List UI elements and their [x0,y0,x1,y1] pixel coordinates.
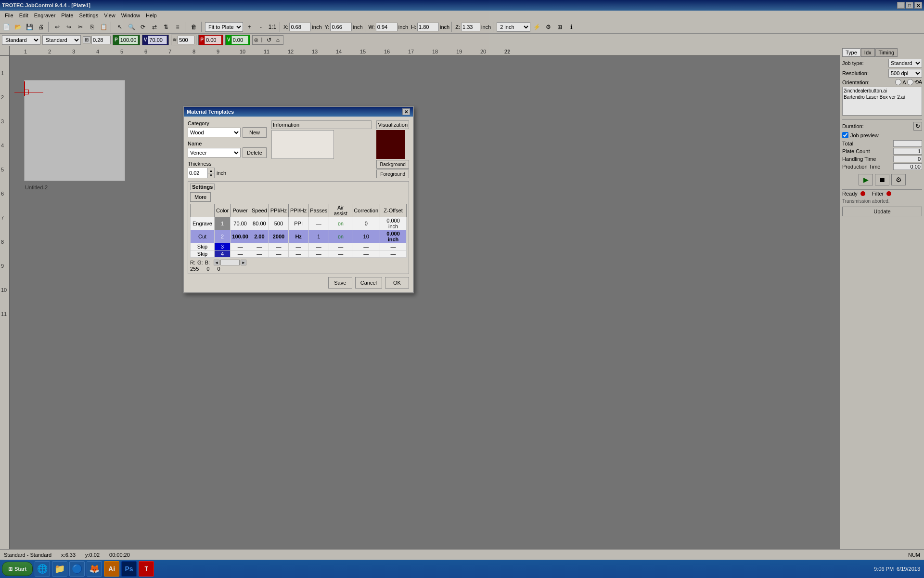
cancel-btn[interactable]: Cancel [355,277,382,289]
background-btn[interactable]: Background [376,160,409,169]
modal-titlebar: Material Templates ✕ [184,107,413,117]
row-skip1[interactable]: Skip 3 — — — — — — — — [191,243,407,250]
thickness-up[interactable]: ▲ [207,168,214,173]
skip2-air: — [329,250,352,258]
category-label: Category [188,120,267,126]
ok-btn[interactable]: OK [385,277,409,289]
color-preview-row: R: G: B: ◄ ► [190,260,407,265]
thickness-down[interactable]: ▼ [207,173,214,178]
cut-ppi: 2000 [269,230,288,243]
b-val: 0 [217,266,220,272]
skip1-color: 3 [215,243,231,250]
g-label: G: [197,260,203,265]
skip2-unit: — [289,250,308,258]
cut-color: 2 [215,230,231,243]
settings-table: Color Power Speed PPI/Hz PPI/Hz Passes A… [190,204,407,258]
engrave-z: 0.000 inch [380,217,407,230]
engrave-color: 1 [215,217,231,230]
cut-power: 100.00 [231,230,250,243]
r-val: 255 [190,266,199,272]
skip2-name: Skip [191,250,215,258]
thickness-unit: inch [217,170,226,176]
engrave-name: Engrave [191,217,215,230]
modal-title: Material Templates [187,109,234,115]
skip1-z: — [380,243,407,250]
r-label: R: [190,260,195,265]
scroll-right[interactable]: ► [241,260,246,265]
settings-label: Settings [190,184,215,190]
cut-z: 0.000 inch [380,230,407,243]
engrave-ppi: 500 [269,217,288,230]
cut-unit: Hz [289,230,308,243]
col-speed: Speed [250,204,269,217]
skip2-ppi: — [269,250,288,258]
information-section: Information [271,120,372,159]
engrave-unit: PPI [289,217,308,230]
thickness-label: Thickness [188,161,267,167]
engrave-air: on [329,217,352,230]
category-dropdown[interactable]: Wood [188,128,241,137]
row-engrave[interactable]: Engrave 1 70.00 80.00 500 PPI — on 0 0.0… [191,217,407,230]
skip2-power: — [231,250,250,258]
skip1-name: Skip [191,243,215,250]
cut-corr: 10 [352,230,380,243]
skip2-speed: — [250,250,269,258]
info-box [271,130,334,159]
name-dropdown[interactable]: Veneer [188,148,241,158]
more-btn[interactable]: More [190,192,211,202]
skip2-color: 4 [215,250,231,258]
category-section: Category Wood New Name Veneer Delete [188,120,267,178]
col-passes: Passes [308,204,329,217]
name-label: Name [188,141,267,146]
skip1-unit: — [289,243,308,250]
skip1-speed: — [250,243,269,250]
vis-label: Visualization [378,122,408,128]
skip1-corr: — [352,243,380,250]
g-val: 0 [206,266,209,272]
col-power: Power [231,204,250,217]
skip2-z: — [380,250,407,258]
save-btn[interactable]: Save [328,277,352,289]
col-zoffset: Z-Offset [380,204,407,217]
col-corr: Correction [352,204,380,217]
skip1-passes: — [308,243,329,250]
modal-body: Category Wood New Name Veneer Delete [184,117,413,292]
vis-preview [376,130,405,159]
engrave-corr: 0 [352,217,380,230]
info-label: Information [273,122,299,128]
engrave-power: 70.00 [231,217,250,230]
cut-passes: 1 [308,230,329,243]
thickness-input[interactable] [188,168,207,178]
scroll-left[interactable]: ◄ [214,260,219,265]
cut-name: Cut [191,230,215,243]
cut-air: on [329,230,352,243]
col-color: Color [215,204,231,217]
skip1-ppi: — [269,243,288,250]
scroll-track [220,260,240,265]
col-ppihz2: PPI/Hz [289,204,308,217]
skip2-corr: — [352,250,380,258]
foreground-btn[interactable]: Foreground [376,170,409,178]
modal-footer: Save Cancel OK [188,274,409,289]
row-skip2[interactable]: Skip 4 — — — — — — — — [191,250,407,258]
skip1-power: — [231,243,250,250]
skip2-passes: — [308,250,329,258]
delete-btn[interactable]: Delete [243,147,267,158]
new-btn[interactable]: New [243,127,267,138]
modal-close-btn[interactable]: ✕ [402,108,410,115]
row-cut[interactable]: Cut 2 100.00 2.00 2000 Hz 1 on 10 0.000 … [191,230,407,243]
visualization-section: Visualization Background Foreground [376,120,409,178]
col-ppihz1: PPI/Hz [269,204,288,217]
engrave-speed: 80.00 [250,217,269,230]
skip1-air: — [329,243,352,250]
col-name [191,204,215,217]
cut-speed: 2.00 [250,230,269,243]
modal-overlay: Material Templates ✕ Category Wood New N… [0,0,924,578]
engrave-passes: — [308,217,329,230]
material-templates-dialog: Material Templates ✕ Category Wood New N… [183,106,414,293]
b-label: B: [205,260,210,265]
settings-section: Settings More Color Power Speed PPI/Hz P… [188,181,409,274]
col-air: Air assist [329,204,352,217]
